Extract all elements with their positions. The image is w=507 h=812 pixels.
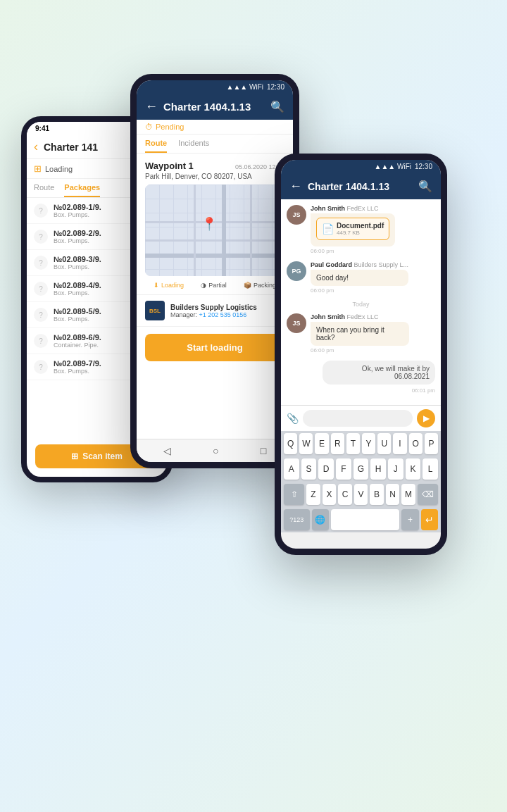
avatar-paul: PG (287, 261, 306, 281)
key-f[interactable]: F (336, 458, 351, 480)
waypoint-title: Waypoint 1 (145, 161, 194, 171)
nav-back-icon[interactable]: ◁ (163, 445, 171, 456)
pkg-status-icon: ? (34, 282, 48, 296)
chat-bubble-3: John Smith FedEx LLC When can you bring … (311, 313, 409, 354)
key-a[interactable]: A (284, 458, 299, 480)
key-enter[interactable]: ↵ (421, 509, 438, 530)
back-icon[interactable]: ‹ (34, 139, 38, 154)
chat-message-3: JS John Smith FedEx LLC When can you bri… (287, 313, 435, 354)
chat-message-1: JS John Smith FedEx LLC 📄 Document.pdf 4… (287, 205, 435, 254)
phone2-title: Charter 1404.1.13 (163, 101, 265, 113)
key-u[interactable]: U (377, 433, 391, 454)
phone2-back-icon[interactable]: ← (145, 99, 158, 114)
clock-icon: ⏱ (145, 123, 153, 131)
chat-divider-today: Today (287, 301, 435, 308)
key-o[interactable]: O (409, 433, 423, 454)
key-globe[interactable]: 🌐 (312, 509, 329, 530)
partial-tab-icon: ◑ (201, 282, 206, 289)
phone1-title: Charter 141 (44, 142, 98, 153)
pkg-status-icon: ? (34, 230, 48, 244)
key-i[interactable]: I (393, 433, 406, 454)
start-loading-button[interactable]: Start loading (145, 334, 284, 361)
nav-home-icon[interactable]: ○ (213, 445, 218, 456)
key-m[interactable]: M (401, 484, 415, 505)
key-l[interactable]: L (423, 458, 438, 480)
pending-badge: ⏱ Pending (137, 120, 293, 135)
chat-sender-3: John Smith FedEx LLC (311, 313, 409, 320)
key-n[interactable]: N (386, 484, 400, 505)
phone2-search-icon[interactable]: 🔍 (270, 100, 284, 113)
chat-content-3: When can you bring it back? (311, 322, 409, 346)
key-num[interactable]: ?123 (284, 509, 310, 530)
key-y[interactable]: Y (362, 433, 375, 454)
avatar-john: JS (287, 205, 306, 225)
tab-incidents[interactable]: Incidents (178, 135, 209, 153)
chat-company-1: FedEx LLC (347, 205, 379, 212)
key-r[interactable]: R (331, 433, 344, 454)
key-z[interactable]: Z (306, 484, 320, 505)
key-h[interactable]: H (370, 458, 386, 480)
message-input[interactable] (303, 410, 413, 427)
key-plus[interactable]: + (401, 509, 418, 530)
key-w[interactable]: W (299, 433, 313, 454)
phone3-search-icon[interactable]: 🔍 (418, 180, 432, 193)
key-d[interactable]: D (318, 458, 334, 480)
chat-time-3: 06:00 pm (311, 347, 409, 354)
pkg-status-icon: ? (34, 256, 48, 270)
load-tab-packing[interactable]: 📦 Packing (244, 282, 276, 289)
phone2-tabs: Route Incidents (137, 135, 293, 154)
key-b[interactable]: B (370, 484, 384, 505)
key-k[interactable]: K (406, 458, 421, 480)
avatar-john-2: JS (287, 313, 306, 333)
key-shift[interactable]: ⇧ (284, 484, 304, 505)
key-backspace[interactable]: ⌫ (418, 484, 438, 505)
phone3-back-icon[interactable]: ← (289, 179, 302, 194)
company-manager: Manager: +1 202 535 0156 (170, 311, 284, 318)
file-attachment[interactable]: 📄 Document.pdf 449.7 KB (316, 218, 389, 240)
key-space[interactable] (331, 509, 399, 530)
key-x[interactable]: X (323, 484, 337, 505)
keyboard-special-row: ?123 🌐 + ↵ (281, 507, 441, 532)
phone2-header: ← Charter 1404.1.13 🔍 (137, 94, 293, 120)
phone3-time: 12:30 (415, 163, 432, 170)
key-t[interactable]: T (346, 433, 360, 454)
key-q[interactable]: Q (284, 433, 297, 454)
phone3-title: Charter 1404.1.13 (308, 181, 413, 192)
map-road-v2 (250, 185, 252, 276)
waypoint-address: Park Hill, Denver, CO 80207, USA (145, 173, 284, 180)
tab-packages[interactable]: Packages (64, 179, 100, 197)
file-size: 449.7 KB (337, 230, 384, 236)
phone3-chat: ▲▲▲ WiFi 12:30 ← Charter 1404.1.13 🔍 JS … (275, 154, 447, 555)
chat-company-2: Builders Supply L... (354, 261, 409, 268)
chat-messages-area: JS John Smith FedEx LLC 📄 Document.pdf 4… (281, 199, 441, 405)
nav-recents-icon[interactable]: □ (261, 445, 266, 456)
chat-message-2: PG Paul Goddard Builders Supply L... Goo… (287, 261, 435, 294)
phone2-nav: ◁ ○ □ (137, 439, 293, 462)
send-button[interactable]: ▶ (417, 409, 435, 427)
key-p[interactable]: P (425, 433, 438, 454)
loading-icon: ⊞ (34, 163, 42, 174)
pkg-status-icon: ? (34, 308, 48, 322)
map-road-h2 (145, 239, 284, 242)
company-row: BSL Builders Supply Logistics Manager: +… (137, 295, 293, 327)
chat-sender-2: Paul Goddard Builders Supply L... (311, 261, 408, 268)
key-g[interactable]: G (353, 458, 369, 480)
phone2-route: ▲▲▲ WiFi 12:30 ← Charter 1404.1.13 🔍 ⏱ P… (130, 74, 299, 468)
key-e[interactable]: E (315, 433, 328, 454)
map-container[interactable]: 📍 (145, 185, 284, 276)
attach-icon[interactable]: 📎 (287, 413, 299, 424)
manager-phone[interactable]: +1 202 535 0156 (199, 311, 247, 318)
load-tab-loading[interactable]: ⬇ Loading (154, 282, 184, 289)
key-s[interactable]: S (301, 458, 317, 480)
tab-route[interactable]: Route (145, 135, 167, 153)
key-j[interactable]: J (388, 458, 403, 480)
key-c[interactable]: C (338, 484, 352, 505)
tab-route[interactable]: Route (34, 179, 54, 197)
load-tab-partial[interactable]: ◑ Partial (201, 282, 227, 289)
key-v[interactable]: V (354, 484, 368, 505)
keyboard-row-1: Q W E R T Y U I O P (281, 431, 441, 456)
map-road-v1 (194, 185, 196, 276)
chat-time-2: 06:00 pm (311, 287, 408, 294)
phone3-status-bar: ▲▲▲ WiFi 12:30 (281, 160, 441, 173)
file-icon: 📄 (322, 223, 334, 235)
